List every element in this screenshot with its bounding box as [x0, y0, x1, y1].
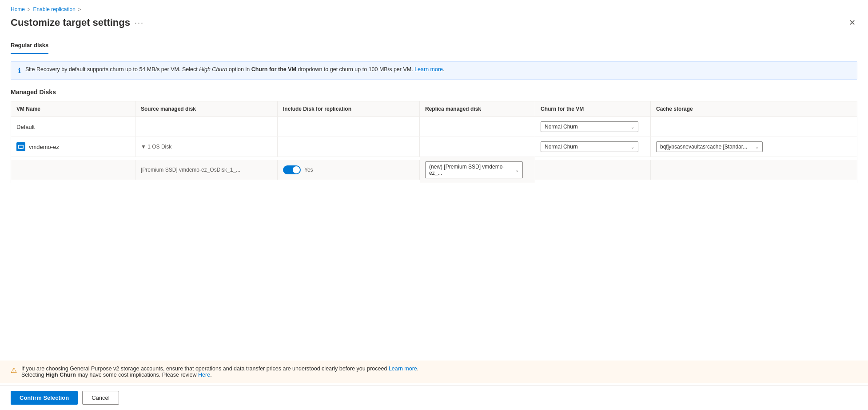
- table-row-disk-detail: [Premium SSD] vmdemo-ez_OsDisk_1_... Yes…: [11, 157, 857, 183]
- disk-replica-cell: (new) [Premium SSD] vmdemo-ez_... ⌄: [420, 157, 535, 183]
- vm-replica-disk: [420, 137, 535, 157]
- col-cache-storage: Cache storage: [651, 101, 857, 117]
- breadcrumb-sep2: >: [78, 7, 81, 12]
- disk-source-text: [Premium SSD] vmdemo-ez_OsDisk_1_...: [141, 167, 240, 173]
- default-include-disk: [278, 117, 420, 137]
- breadcrumb-sep1: >: [28, 7, 30, 12]
- os-disk-label: ▼ 1 OS Disk: [141, 144, 171, 150]
- warning-learn-more-link[interactable]: Learn more: [389, 366, 417, 372]
- disk-replica-dropdown[interactable]: (new) [Premium SSD] vmdemo-ez_... ⌄: [425, 161, 523, 178]
- warning-text: If you are choosing General Purpose v2 s…: [21, 366, 418, 378]
- col-churn-for-vm: Churn for the VM: [535, 101, 651, 117]
- warning-here-link[interactable]: Here: [198, 372, 210, 378]
- disk-cache-storage: [651, 160, 857, 180]
- default-source-disk: [135, 117, 278, 137]
- footer-warning: ⚠ If you are choosing General Purpose v2…: [0, 360, 868, 383]
- warning-text-line2: Selecting High Churn may have some cost …: [21, 372, 212, 378]
- footer-actions: Confirm Selection Cancel: [0, 385, 868, 410]
- cancel-button[interactable]: Cancel: [82, 391, 119, 405]
- disk-source: [Premium SSD] vmdemo-ez_OsDisk_1_...: [135, 160, 278, 180]
- breadcrumb: Home > Enable replication >: [0, 0, 868, 14]
- vm-cache-storage-value: bqfjybsasnevaultasrcache [Standar...: [660, 144, 747, 150]
- info-banner: ℹ Site Recovery by default supports chur…: [11, 61, 857, 80]
- confirm-selection-button[interactable]: Confirm Selection: [11, 391, 78, 405]
- svg-rect-2: [20, 149, 22, 149]
- table-row-default: Default Normal Churn ⌄: [11, 117, 857, 137]
- default-churn-dropdown[interactable]: Normal Churn ⌄: [541, 121, 638, 132]
- col-vm-name: VM Name: [11, 101, 135, 117]
- vm-cache-storage-dropdown[interactable]: bqfjybsasnevaultasrcache [Standar... ⌄: [656, 141, 763, 152]
- vm-name-cell: vmdemo-ez: [11, 137, 135, 157]
- default-cache-storage: [651, 117, 857, 137]
- vm-churn-value: Normal Churn: [545, 144, 578, 150]
- disk-vm-name: [11, 160, 135, 180]
- warning-text-line1: If you are choosing General Purpose v2 s…: [21, 366, 418, 372]
- disk-include-label: Yes: [304, 167, 313, 173]
- info-text: Site Recovery by default supports churn …: [25, 66, 445, 72]
- more-options-button[interactable]: ···: [135, 18, 144, 28]
- close-button[interactable]: ✕: [847, 16, 857, 29]
- info-icon: ℹ: [18, 67, 21, 75]
- vm-cache-storage-cell: bqfjybsasnevaultasrcache [Standar... ⌄: [651, 137, 857, 157]
- vm-name-text: vmdemo-ez: [29, 144, 59, 150]
- disk-replica-chevron: ⌄: [515, 168, 519, 173]
- managed-disks-title: Managed Disks: [0, 88, 868, 101]
- learn-more-link[interactable]: Learn more: [414, 66, 443, 72]
- vm-churn-dropdown[interactable]: Normal Churn ⌄: [541, 141, 638, 152]
- col-replica-managed-disk: Replica managed disk: [420, 101, 535, 117]
- section-tabs: Regular disks: [0, 38, 868, 54]
- disk-include-cell: Yes: [278, 160, 420, 180]
- vm-churn-cell: Normal Churn ⌄: [535, 137, 651, 157]
- vm-include-disk: [278, 137, 420, 157]
- vm-churn-chevron: ⌄: [631, 145, 634, 149]
- default-churn-chevron: ⌄: [631, 125, 634, 129]
- page-header: Customize target settings ··· ✕: [0, 14, 868, 38]
- breadcrumb-enable-replication[interactable]: Enable replication: [33, 6, 75, 12]
- vm-os-disk-label: ▼ 1 OS Disk: [135, 137, 278, 157]
- table-header: VM Name Source managed disk Include Disk…: [11, 101, 857, 117]
- col-source-managed-disk: Source managed disk: [135, 101, 278, 117]
- default-vm-name: Default: [11, 117, 135, 137]
- page-title: Customize target settings: [11, 17, 130, 28]
- managed-disks-table: VM Name Source managed disk Include Disk…: [11, 101, 857, 183]
- default-churn-value: Normal Churn: [545, 124, 578, 130]
- tab-regular-disks[interactable]: Regular disks: [11, 38, 48, 54]
- svg-rect-1: [19, 145, 23, 148]
- col-include-disk: Include Disk for replication: [278, 101, 420, 117]
- default-churn-cell: Normal Churn ⌄: [535, 117, 651, 137]
- vm-cache-chevron: ⌄: [755, 145, 759, 149]
- warning-icon: ⚠: [11, 366, 17, 374]
- disk-churn: [535, 160, 651, 180]
- disk-include-toggle[interactable]: [283, 165, 301, 174]
- default-replica-disk: [420, 117, 535, 137]
- vm-icon: [16, 142, 25, 151]
- table-row-vm: vmdemo-ez ▼ 1 OS Disk Normal Churn ⌄ bqf…: [11, 137, 857, 157]
- breadcrumb-home[interactable]: Home: [11, 6, 25, 12]
- disk-replica-value: (new) [Premium SSD] vmdemo-ez_...: [429, 164, 514, 176]
